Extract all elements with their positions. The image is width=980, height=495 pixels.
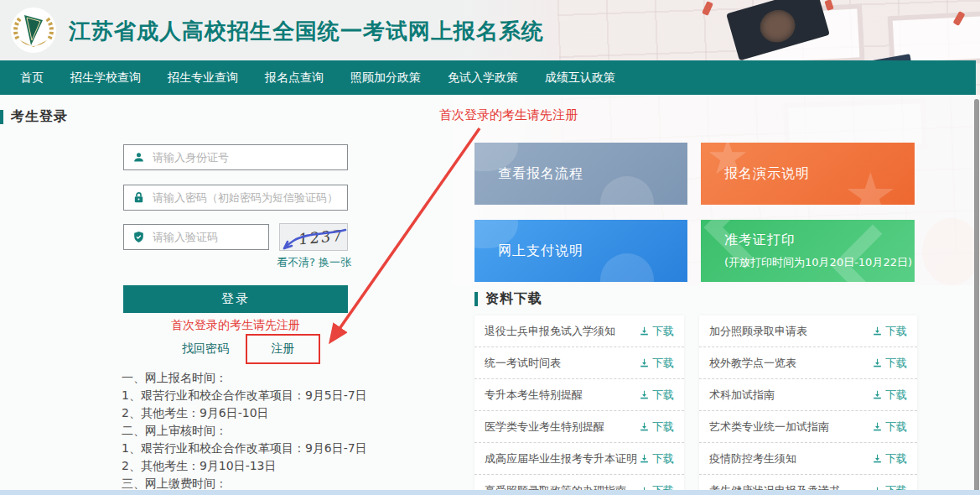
download-link[interactable]: 下载 — [872, 324, 907, 339]
shield-check-icon — [132, 231, 145, 243]
download-icon — [872, 453, 883, 464]
download-link[interactable]: 下载 — [872, 419, 907, 435]
page: 江苏省成人高校招生全国统一考试网上报名系统 首页 招生学校查询 招生专业查询 报… — [0, 0, 980, 495]
notice-line: 2、其他考生：9月6日-10日 — [122, 404, 367, 422]
nav-item-registration-point-query[interactable]: 报名点查询 — [265, 70, 324, 86]
nav-item-score-recognition-policy[interactable]: 成绩互认政策 — [545, 70, 615, 86]
notice-line: 1、艰苦行业和校企合作改革项目：9月5日-7日 — [122, 387, 367, 404]
downloads-panel-left: 退役士兵申报免试入学须知 下载 统一考试时间表 下载 专升本考生特别提醒 下载 … — [474, 315, 684, 495]
download-row: 校外教学点一览表 下载 — [699, 347, 917, 379]
download-icon — [872, 421, 883, 432]
nav-item-school-query[interactable]: 招生学校查询 — [70, 70, 141, 86]
download-link[interactable]: 下载 — [639, 419, 674, 435]
id-number-field[interactable] — [123, 144, 348, 170]
download-row: 专升本考生特别提醒 下载 — [474, 379, 684, 411]
captcha-image[interactable]: 1237 — [279, 223, 348, 251]
register-highlight-box: 注册 — [246, 334, 320, 364]
login-button[interactable]: 登录 — [123, 285, 348, 313]
page-title: 江苏省成人高校招生全国统一考试网上报名系统 — [69, 17, 544, 46]
forgot-password-link[interactable]: 找回密码 — [182, 341, 229, 357]
nav-item-exemption-policy[interactable]: 免试入学政策 — [448, 70, 518, 86]
nav-item-home[interactable]: 首页 — [20, 70, 44, 86]
download-icon — [639, 421, 650, 432]
download-row: 艺术类专业统一加试指南 下载 — [699, 411, 917, 443]
password-field[interactable] — [123, 185, 348, 211]
downloads-panel-right: 加分照顾录取申请表 下载 校外教学点一览表 下载 术科加试指南 下载 艺术类专业… — [699, 315, 917, 495]
captcha-input[interactable] — [153, 231, 295, 243]
card-view-registration-process[interactable]: 查看报名流程 — [474, 143, 687, 205]
card-admission-ticket-print[interactable]: 准考证打印 (开放打印时间为10月20日-10月22日) — [701, 220, 915, 282]
lock-icon — [132, 191, 145, 204]
user-icon — [132, 151, 145, 164]
download-icon — [872, 326, 883, 336]
register-link[interactable]: 注册 — [272, 341, 295, 357]
download-icon — [639, 326, 650, 336]
photo-blur-blob — [922, 218, 980, 285]
download-link[interactable]: 下载 — [639, 388, 674, 403]
schedule-notice: 一、网上报名时间： 1、艰苦行业和校企合作改革项目：9月5日-7日 2、其他考生… — [122, 369, 367, 495]
main-nav: 首页 招生学校查询 招生专业查询 报名点查询 照顾加分政策 免试入学政策 成绩互… — [0, 60, 976, 95]
notice-line: 2、其他考生：9月10日-13日 — [122, 457, 367, 475]
register-annotation-text: 首次登录的考生请先注册 — [439, 107, 578, 123]
captcha-field[interactable] — [123, 224, 269, 250]
captcha-refresh-link[interactable]: 看不清? 换一张 — [277, 255, 352, 270]
first-login-hint: 首次登录的考生请先注册 — [123, 318, 348, 333]
download-link[interactable]: 下载 — [639, 356, 674, 371]
notice-line: 一、网上报名时间： — [122, 369, 367, 387]
section-marker — [0, 110, 3, 124]
download-icon — [872, 357, 883, 368]
download-icon — [639, 453, 650, 464]
card-registration-demo[interactable]: ★ ★ 报名演示说明 — [701, 143, 915, 205]
site-logo-icon — [10, 7, 57, 54]
nav-item-bonus-policy[interactable]: 照顾加分政策 — [350, 70, 421, 86]
bottom-edge-strip — [0, 490, 980, 495]
download-icon — [639, 389, 650, 400]
login-section-title: 考生登录 — [0, 108, 68, 126]
downloads-section-title: 资料下载 — [474, 290, 542, 308]
notice-line: 1、艰苦行业和校企合作改革项目：9月6日-7日 — [122, 440, 367, 457]
nav-item-major-query[interactable]: 招生专业查询 — [168, 70, 238, 86]
card-online-payment-info[interactable]: 网上支付说明 — [474, 220, 687, 282]
download-link[interactable]: 下载 — [639, 324, 674, 339]
download-row: 医学类专业考生特别提醒 下载 — [474, 411, 684, 443]
notice-line: 二、网上审核时间： — [122, 422, 367, 440]
download-icon — [872, 389, 883, 400]
download-link[interactable]: 下载 — [872, 451, 907, 466]
download-row: 加分照顾录取申请表 下载 — [699, 315, 917, 347]
id-number-input[interactable] — [153, 151, 347, 164]
download-row: 统一考试时间表 下载 — [474, 347, 684, 379]
captcha-scribble — [280, 224, 348, 251]
download-link[interactable]: 下载 — [872, 356, 907, 371]
download-row: 退役士兵申报免试入学须知 下载 — [474, 315, 684, 347]
download-link[interactable]: 下载 — [639, 451, 674, 466]
download-row: 术科加试指南 下载 — [699, 379, 917, 411]
download-icon — [639, 357, 650, 368]
section-marker — [474, 292, 478, 306]
vertical-scrollbar[interactable] — [974, 99, 979, 495]
download-row: 成高应届毕业生报考专升本证明 下载 — [474, 443, 684, 475]
download-row: 疫情防控考生须知 下载 — [699, 443, 917, 475]
download-link[interactable]: 下载 — [872, 388, 907, 403]
password-input[interactable] — [153, 191, 347, 204]
